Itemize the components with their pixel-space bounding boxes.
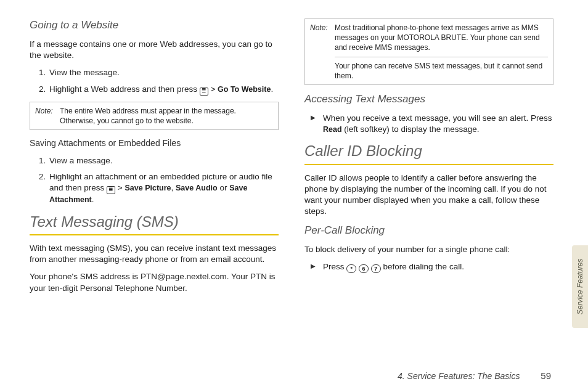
heading-text-messaging-sms: Text Messaging (SMS) [30,212,279,232]
note-text-sms-receive: Your phone can receive SMS text messages… [335,61,548,81]
para-sms-address: Your phone's SMS address is PTN@page.nex… [30,271,279,293]
note-web-address: Note: The entire Web address must appear… [30,102,279,130]
footer-chapter: 4. Service Features: The Basics [398,371,520,381]
steps-website: View the message. Highlight a Web addres… [30,67,279,95]
step-view-message: View the message. [48,67,279,78]
para-per-call: To block delivery of your number for a s… [304,244,553,255]
rule-yellow [304,164,553,165]
rule-yellow [30,234,279,235]
note-label: Note: [35,106,60,126]
bullet-list-access: When you receive a text message, you wil… [304,113,553,135]
bullet-list-percall: Press * 6 7 before dialing the call. [304,261,553,273]
heading-caller-id-blocking: Caller ID Blocking [304,141,553,161]
menu-key-icon [107,186,115,194]
menu-key-icon [200,88,208,96]
key-7-icon: 7 [371,264,381,273]
key-6-icon: 6 [359,264,369,273]
heading-per-call-blocking: Per-Call Blocking [304,224,553,238]
steps-save: View a message. Highlight an attachment … [30,155,279,206]
step-view-a-message: View a message. [48,155,279,166]
footer-page-number: 59 [541,370,551,381]
heading-going-to-website: Going to a Website [30,18,279,33]
para-caller-id: Caller ID allows people to identify a ca… [304,173,553,218]
step-highlight-attachment: Highlight an attachment or an embedded p… [48,171,279,205]
note-divider [335,57,548,57]
side-tab-label: Service Features [576,259,584,315]
para-website-intro: If a message contains one or more Web ad… [30,39,279,61]
key-star-icon: * [346,264,356,273]
para-sms-intro: With text messaging (SMS), you can recei… [30,243,279,265]
note-label: Note: [310,23,335,53]
note-text-mms: Most traditional phone-to-phone text mes… [335,23,548,53]
heading-accessing-text-messages: Accessing Text Messages [304,92,553,107]
note-mms-sms: Note: Most traditional phone-to-phone te… [304,18,553,85]
right-column: Note: Most traditional phone-to-phone te… [304,18,553,300]
bullet-press-keys: Press * 6 7 before dialing the call. [313,261,553,273]
step-highlight-web-address: Highlight a Web address and then press >… [48,84,279,96]
bullet-receive-text: When you receive a text message, you wil… [313,113,553,135]
page-footer: 4. Service Features: The Basics 59 [398,370,551,381]
heading-saving-attachments: Saving Attachments or Embedded Files [30,137,279,149]
side-tab: Service Features [572,245,588,328]
note-text: The entire Web address must appear in th… [60,106,273,126]
left-column: Going to a Website If a message contains… [30,18,279,300]
